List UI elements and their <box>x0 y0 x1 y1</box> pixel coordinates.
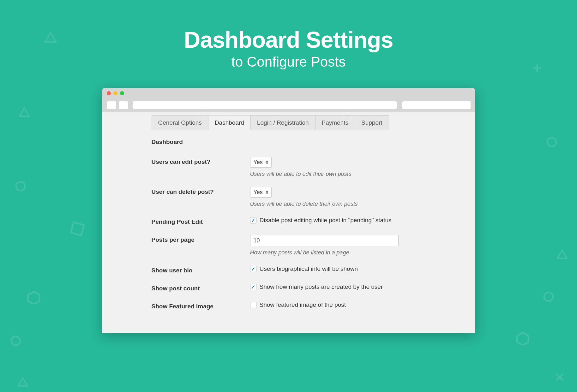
row-pending-edit: Pending Post Edit ✓ Disable post editing… <box>152 209 469 227</box>
close-icon[interactable] <box>107 91 111 95</box>
row-show-bio: Show user bio ✓ Users biographical info … <box>152 257 469 275</box>
hero-subtitle: to Configure Posts <box>0 54 577 70</box>
hero-title: Dashboard Settings <box>0 27 577 53</box>
window-titlebar <box>102 88 475 98</box>
help-edit-post: Users will be able to edit their own pos… <box>250 171 469 177</box>
row-show-featured: Show Featured Image Show featured image … <box>152 293 469 311</box>
label-show-count: Show post count <box>152 283 250 292</box>
checkbox-label-show-featured: Show featured image of the post <box>260 301 346 308</box>
svg-marker-1 <box>20 108 29 116</box>
svg-marker-6 <box>18 378 27 386</box>
label-posts-per-page: Posts per page <box>152 235 250 243</box>
chevron-updown-icon: ▲▼ <box>265 190 269 194</box>
select-edit-post[interactable]: Yes ▲▼ <box>250 157 272 168</box>
hero: Dashboard Settings to Configure Posts <box>0 0 577 70</box>
settings-form: Users can edit post? Yes ▲▼ Users will b… <box>152 149 469 311</box>
nav-forward-button[interactable] <box>119 101 128 109</box>
chevron-updown-icon: ▲▼ <box>265 160 269 164</box>
select-delete-post[interactable]: Yes ▲▼ <box>250 187 272 198</box>
row-show-count: Show post count ✓ Show how many posts ar… <box>152 275 469 293</box>
nav-back-button[interactable] <box>107 101 116 109</box>
label-delete-post: User can delete post? <box>152 187 250 195</box>
tab-general-options[interactable]: General Options <box>152 115 208 130</box>
section-title: Dashboard <box>152 139 475 146</box>
select-value: Yes <box>254 159 263 166</box>
label-show-bio: Show user bio <box>152 265 250 274</box>
row-posts-per-page: Posts per page How many posts will be li… <box>152 227 469 257</box>
browser-window: General Options Dashboard Login / Regist… <box>102 88 475 333</box>
minimize-icon[interactable] <box>113 91 117 95</box>
page-content: General Options Dashboard Login / Regist… <box>102 112 475 333</box>
maximize-icon[interactable] <box>120 91 124 95</box>
label-edit-post: Users can edit post? <box>152 157 250 165</box>
svg-rect-3 <box>71 222 84 235</box>
settings-tabs: General Options Dashboard Login / Regist… <box>152 112 475 130</box>
row-edit-post: Users can edit post? Yes ▲▼ Users will b… <box>152 149 469 179</box>
checkbox-label-show-count: Show how many posts are created by the u… <box>260 283 383 290</box>
checkbox-pending-edit[interactable]: ✓ <box>250 217 256 223</box>
svg-line-14 <box>556 374 563 380</box>
svg-marker-12 <box>517 333 528 345</box>
help-posts-per-page: How many posts will be listed in a page <box>250 249 469 256</box>
checkbox-show-count[interactable]: ✓ <box>250 284 256 290</box>
checkbox-label-pending-edit: Disable post editing while post in "pend… <box>260 217 392 224</box>
svg-marker-10 <box>557 250 567 258</box>
search-bar[interactable] <box>402 101 471 109</box>
browser-toolbar <box>102 98 475 112</box>
tab-payments[interactable]: Payments <box>316 115 355 130</box>
input-posts-per-page[interactable] <box>250 235 399 246</box>
svg-line-13 <box>556 374 563 380</box>
label-show-featured: Show Featured Image <box>152 301 250 310</box>
label-pending-edit: Pending Post Edit <box>152 217 250 225</box>
svg-point-5 <box>11 336 20 345</box>
svg-marker-4 <box>28 292 39 304</box>
svg-point-9 <box>547 138 556 146</box>
tab-dashboard[interactable]: Dashboard <box>208 115 251 130</box>
svg-point-2 <box>16 182 25 191</box>
select-value: Yes <box>254 189 263 196</box>
tab-support[interactable]: Support <box>355 115 389 130</box>
address-bar[interactable] <box>133 101 397 109</box>
tab-login-registration[interactable]: Login / Registration <box>251 115 316 130</box>
row-delete-post: User can delete post? Yes ▲▼ Users will … <box>152 179 469 209</box>
checkbox-show-featured[interactable] <box>250 302 256 308</box>
svg-point-11 <box>544 292 553 301</box>
help-delete-post: Users will be able to delete their own p… <box>250 201 469 207</box>
checkbox-show-bio[interactable]: ✓ <box>250 266 256 272</box>
checkbox-label-show-bio: Users biographical info will be shown <box>260 265 358 272</box>
